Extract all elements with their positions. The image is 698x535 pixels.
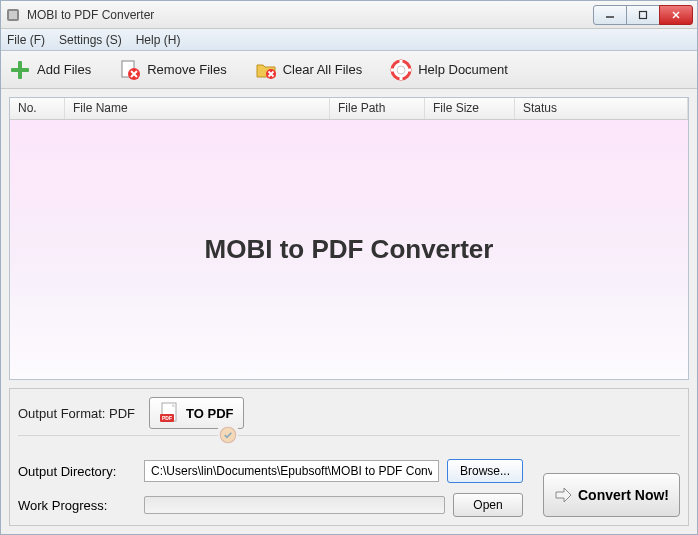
remove-files-label: Remove Files bbox=[147, 62, 226, 77]
browse-button[interactable]: Browse... bbox=[447, 459, 523, 483]
maximize-button[interactable] bbox=[626, 5, 660, 25]
pdf-icon: PDF bbox=[160, 402, 180, 424]
close-button[interactable] bbox=[659, 5, 693, 25]
add-files-button[interactable]: Add Files bbox=[9, 59, 91, 81]
svg-rect-1 bbox=[9, 11, 17, 19]
svg-rect-7 bbox=[11, 68, 29, 72]
menu-file[interactable]: File (F) bbox=[7, 33, 45, 47]
minimize-button[interactable] bbox=[593, 5, 627, 25]
arrow-right-icon bbox=[554, 486, 572, 504]
svg-point-16 bbox=[397, 66, 405, 74]
window-controls bbox=[594, 5, 693, 25]
output-dir-label: Output Directory: bbox=[18, 464, 136, 479]
col-status[interactable]: Status bbox=[515, 98, 688, 119]
col-file-name[interactable]: File Name bbox=[65, 98, 330, 119]
clear-folder-icon bbox=[255, 59, 277, 81]
convert-now-label: Convert Now! bbox=[578, 487, 669, 503]
list-body[interactable]: MOBI to PDF Converter bbox=[10, 120, 688, 379]
svg-text:PDF: PDF bbox=[162, 415, 172, 421]
add-files-label: Add Files bbox=[37, 62, 91, 77]
progress-row: Work Progress: Open bbox=[18, 493, 523, 517]
output-dir-input[interactable] bbox=[144, 460, 439, 482]
col-file-size[interactable]: File Size bbox=[425, 98, 515, 119]
clear-all-button[interactable]: Clear All Files bbox=[255, 59, 362, 81]
col-file-path[interactable]: File Path bbox=[330, 98, 425, 119]
hand-icon bbox=[218, 426, 238, 444]
to-pdf-label: TO PDF bbox=[186, 406, 233, 421]
content-area: No. File Name File Path File Size Status… bbox=[1, 89, 697, 534]
convert-now-button[interactable]: Convert Now! bbox=[543, 473, 680, 517]
toolbar: Add Files Remove Files Clear All Files H… bbox=[1, 51, 697, 89]
app-icon bbox=[5, 7, 21, 23]
menu-help[interactable]: Help (H) bbox=[136, 33, 181, 47]
lifebuoy-icon bbox=[390, 59, 412, 81]
plus-icon bbox=[9, 59, 31, 81]
file-list: No. File Name File Path File Size Status… bbox=[9, 97, 689, 380]
help-document-button[interactable]: Help Document bbox=[390, 59, 508, 81]
open-button[interactable]: Open bbox=[453, 493, 523, 517]
progress-bar bbox=[144, 496, 445, 514]
divider bbox=[18, 435, 680, 453]
bottom-panel: Output Format: PDF PDF TO PDF Output Dir… bbox=[9, 388, 689, 526]
clear-all-label: Clear All Files bbox=[283, 62, 362, 77]
remove-file-icon bbox=[119, 59, 141, 81]
help-doc-label: Help Document bbox=[418, 62, 508, 77]
output-format-row: Output Format: PDF PDF TO PDF bbox=[18, 397, 680, 429]
output-dir-row: Output Directory: Browse... bbox=[18, 459, 523, 483]
list-header: No. File Name File Path File Size Status bbox=[10, 98, 688, 120]
watermark-text: MOBI to PDF Converter bbox=[205, 234, 494, 265]
app-window: MOBI to PDF Converter File (F) Settings … bbox=[0, 0, 698, 535]
output-format-label: Output Format: PDF bbox=[18, 406, 135, 421]
svg-rect-3 bbox=[640, 11, 647, 18]
remove-files-button[interactable]: Remove Files bbox=[119, 59, 226, 81]
titlebar: MOBI to PDF Converter bbox=[1, 1, 697, 29]
menu-settings[interactable]: Settings (S) bbox=[59, 33, 122, 47]
menubar: File (F) Settings (S) Help (H) bbox=[1, 29, 697, 51]
window-title: MOBI to PDF Converter bbox=[27, 8, 594, 22]
col-no[interactable]: No. bbox=[10, 98, 65, 119]
progress-label: Work Progress: bbox=[18, 498, 136, 513]
